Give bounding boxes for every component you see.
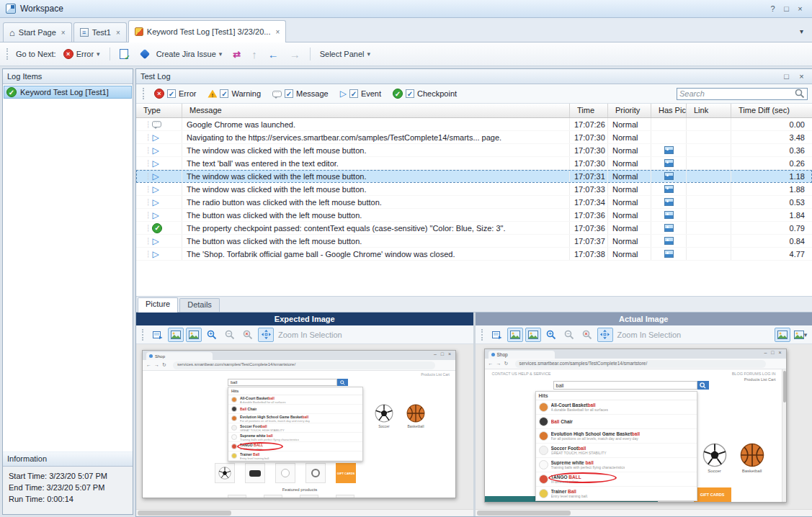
picture-icon[interactable] [664, 172, 674, 180]
address-bar[interactable]: services.smartbear.com/samples/TestCompl… [515, 360, 766, 368]
float-window-button[interactable]: □ [780, 4, 793, 14]
suggestion-item[interactable]: TANGO BALLIn different colors [228, 442, 362, 451]
suggestion-item[interactable]: Ball Chair [536, 415, 697, 429]
log-row[interactable]: ┆Google Chrome was launched.17:07:26Norm… [136, 118, 812, 131]
create-jira-issue-button[interactable]: Create Jira Issue ▾ [135, 48, 226, 60]
search-input[interactable]: Search [677, 88, 808, 100]
maximize-panel-button[interactable]: □ [780, 71, 793, 81]
reset-zoom-button[interactable]: × [240, 328, 256, 342]
column-header[interactable]: Time [570, 104, 608, 117]
column-header[interactable]: Link [687, 104, 731, 117]
suggestion-item[interactable]: Trainer BallEntry level training ball. [228, 451, 362, 461]
export-image-button[interactable] [489, 328, 505, 342]
picture-icon[interactable] [664, 211, 674, 219]
show-actual-image-button[interactable] [186, 328, 202, 342]
log-row[interactable]: ┆▷The text 'ball' was entered in the tex… [136, 157, 812, 170]
suggestion-item[interactable]: Trainer BallEntry level training ball. [536, 487, 697, 501]
tab-close-icon[interactable]: × [61, 29, 66, 37]
close-panel-button[interactable]: × [795, 71, 808, 81]
address-bar[interactable]: services.smartbear.com/samples/TestCompl… [173, 361, 435, 369]
scrollbar-thumb[interactable] [477, 511, 571, 516]
suggestion-item[interactable]: TANGO BALLIn different colors [536, 472, 697, 487]
suggestion-item[interactable]: Ball Chair [228, 405, 362, 414]
log-row[interactable]: ┆▷The window was clicked with the left m… [136, 170, 812, 183]
zoom-out-button[interactable]: − [222, 328, 238, 342]
log-row[interactable]: ┆▷The window was clicked with the left m… [136, 144, 812, 157]
log-row[interactable]: ┆▷The button was clicked with the left m… [136, 235, 812, 248]
show-expected-image-button[interactable] [507, 328, 523, 342]
page-search-button[interactable] [697, 381, 709, 390]
event-checkbox[interactable]: ✓ [349, 89, 358, 98]
toolbar-grip[interactable] [481, 329, 485, 341]
suggestion-item[interactable]: Supreme white ballTraining balls with pe… [228, 433, 362, 442]
show-expected-image-button[interactable] [168, 328, 184, 342]
share-results-button[interactable]: ⇄ [229, 47, 244, 62]
toolbar-grip[interactable] [142, 329, 146, 341]
warning-checkbox[interactable]: ✓ [220, 89, 228, 98]
zoom-out-button[interactable]: − [561, 328, 577, 342]
tab-list-dropdown[interactable]: ▾ [800, 27, 803, 35]
suggestion-item[interactable]: Soccer FootballGREAT TOUCH, HIGH STABILI… [228, 423, 362, 433]
column-header[interactable]: Priority [608, 104, 651, 117]
horizontal-scrollbar[interactable] [476, 509, 812, 516]
reset-zoom-button[interactable]: × [579, 328, 595, 342]
document-tab[interactable]: ≡Test1× [73, 22, 127, 42]
document-tab[interactable]: Keyword Test Log [Test1] 3/23/20...× [128, 20, 286, 42]
scrollbar-thumb[interactable] [783, 371, 786, 403]
column-header[interactable]: Message [182, 104, 570, 117]
scrollbar-thumb[interactable] [138, 511, 231, 516]
page-search-button[interactable] [337, 379, 348, 386]
column-header[interactable]: Type [136, 104, 182, 117]
message-checkbox[interactable]: ✓ [285, 89, 293, 98]
picture-icon[interactable] [664, 198, 674, 206]
suggestion-item[interactable]: All-Court BasketballA durable Basketball… [536, 400, 697, 415]
picture-icon[interactable] [664, 237, 674, 245]
tab-close-icon[interactable]: × [275, 28, 280, 36]
page-search-input[interactable]: ball [553, 381, 697, 390]
export-image-button[interactable] [150, 328, 166, 342]
suggestion-item[interactable]: Supreme white ballTraining balls with pe… [536, 458, 697, 472]
help-button[interactable]: ? [767, 4, 779, 14]
document-tab[interactable]: ⌂Start Page× [3, 22, 72, 42]
picture-icon[interactable] [664, 185, 674, 193]
back-button[interactable]: ← [264, 47, 282, 62]
log-row[interactable]: ┆✓The property checkpoint passed: conten… [136, 222, 812, 235]
tab-close-icon[interactable]: × [116, 29, 120, 37]
horizontal-scrollbar[interactable] [136, 509, 473, 516]
log-row[interactable]: ┆▷The radio button was clicked with the … [136, 196, 812, 209]
suggestion-item[interactable]: Soccer FootballGREAT TOUCH, HIGH STABILI… [536, 444, 697, 458]
go-to-next-error-button[interactable]: × Error ▾ [60, 47, 104, 61]
vertical-scrollbar[interactable] [782, 369, 786, 502]
column-header[interactable]: Time Diff (sec) [731, 104, 812, 117]
log-row[interactable]: ┆▷Navigating to the https://services.sma… [136, 131, 812, 144]
error-checkbox[interactable]: ✓ [167, 89, 176, 98]
view-options-dropdown[interactable]: ▾ [793, 328, 808, 342]
picture-icon[interactable] [664, 250, 674, 258]
toolbar-grip[interactable] [6, 48, 10, 60]
zoom-in-button[interactable]: + [204, 328, 220, 342]
tab-details[interactable]: Details [179, 298, 220, 312]
create-defect-button[interactable] [116, 47, 132, 61]
zoom-to-fit-button[interactable] [597, 328, 613, 342]
column-header[interactable]: Has Pic... [651, 104, 687, 117]
log-row[interactable]: ┆▷The 'Shop. Torfabrik official game bal… [136, 248, 812, 261]
zoom-in-button[interactable]: + [543, 328, 559, 342]
image-view-button[interactable] [775, 328, 790, 342]
suggestion-item[interactable]: Evolution High School Game BasketballFor… [536, 429, 697, 444]
suggestion-item[interactable]: Evolution High School Game BasketballFor… [228, 414, 362, 423]
forward-button[interactable]: → [286, 47, 304, 62]
log-row[interactable]: ┆▷The window was clicked with the left m… [136, 183, 812, 196]
zoom-to-fit-button[interactable] [258, 328, 274, 342]
log-row[interactable]: ┆▷The button was clicked with the left m… [136, 209, 812, 222]
suggestion-item[interactable]: All-Court BasketballA durable Basketball… [228, 395, 362, 405]
picture-icon[interactable] [664, 146, 674, 154]
checkpoint-checkbox[interactable]: ✓ [406, 89, 414, 98]
toolbar-grip[interactable] [143, 88, 146, 99]
select-panel-button[interactable]: Select Panel ▾ [316, 48, 374, 60]
show-actual-image-button[interactable] [525, 328, 541, 342]
tab-picture[interactable]: Picture [138, 297, 178, 313]
picture-icon[interactable] [664, 159, 674, 167]
close-button[interactable]: × [794, 4, 806, 14]
go-to-parent-button[interactable]: ↑ [248, 47, 261, 62]
page-search-input[interactable]: ball [228, 379, 337, 386]
